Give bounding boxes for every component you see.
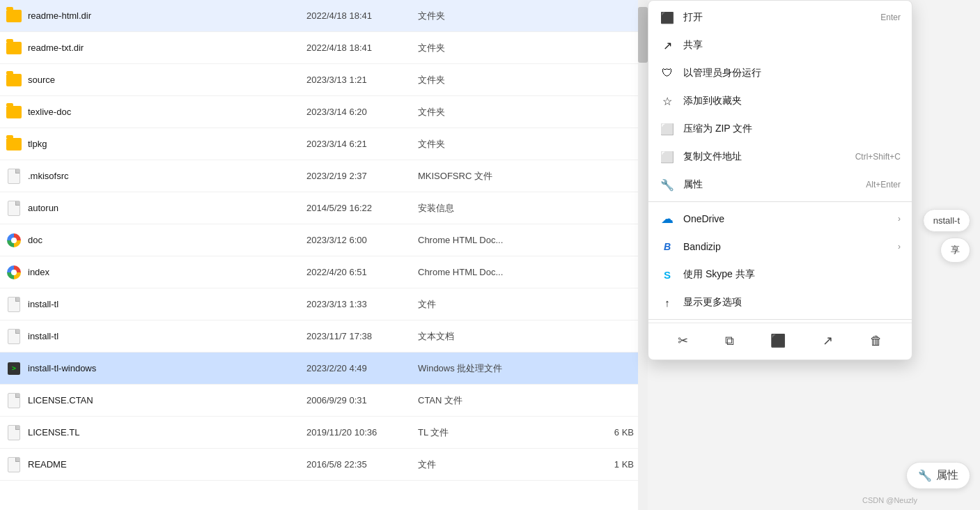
install-t-float-button[interactable]: nstall-t	[923, 209, 970, 232]
file-icon	[6, 8, 22, 24]
file-type: CTAN 文件	[418, 394, 586, 407]
share-icon: ↗	[660, 38, 675, 53]
share-action-button[interactable]: ↗	[817, 330, 839, 351]
table-row[interactable]: install-tl-windows 2023/2/20 4:49 Window…	[0, 353, 648, 385]
file-date: 2023/3/13 1:33	[306, 299, 418, 309]
menu-section-divider	[648, 201, 912, 202]
scrollbar[interactable]	[638, 0, 648, 510]
menu-item-admin[interactable]: 🛡 以管理员身份运行	[648, 59, 912, 87]
file-name: install-tl	[28, 331, 306, 341]
doc-icon	[8, 201, 20, 216]
bandizip-label: Bandizip	[683, 241, 892, 252]
file-type: 文件	[418, 298, 586, 311]
favorite-icon: ☆	[660, 93, 675, 109]
zip-label: 压缩为 ZIP 文件	[683, 123, 901, 135]
file-type: 文件夹	[418, 10, 586, 22]
table-row[interactable]: tlpkg 2023/3/14 6:21 文件夹	[0, 128, 648, 160]
menu-item-more[interactable]: ↑ 显示更多选项	[648, 288, 912, 316]
bandizip-icon: B	[660, 239, 675, 254]
rit-label: 属性	[936, 468, 958, 483]
delete-icon: 🗑	[870, 334, 882, 348]
file-name: readme-txt.dir	[28, 42, 306, 53]
file-icon	[6, 456, 22, 473]
menu-item-properties[interactable]: 🔧 属性 Alt+Enter	[648, 171, 912, 199]
menu-item-skype[interactable]: S 使用 Skype 共享	[648, 261, 912, 288]
file-name: LICENSE.CTAN	[28, 395, 306, 405]
menu-item-onedrive[interactable]: ☁ OneDrive ›	[648, 205, 912, 233]
table-row[interactable]: readme-txt.dir 2022/4/18 18:41 文件夹	[0, 32, 648, 64]
properties-icon: 🔧	[660, 177, 675, 192]
table-row[interactable]: readme-html.dir 2022/4/18 18:41 文件夹	[0, 0, 648, 32]
doc-icon	[8, 425, 20, 440]
menu-actions: ✂ ⧉ ⬛ ↗ 🗑	[648, 323, 912, 357]
copypath-shortcut: Ctrl+Shift+C	[855, 152, 901, 162]
table-row[interactable]: install-tl 2023/11/7 17:38 文本文档	[0, 320, 648, 353]
menu-item-bandizip[interactable]: B Bandizip ›	[648, 233, 912, 261]
folder-icon	[6, 106, 22, 118]
file-date: 2023/2/20 4:49	[306, 363, 418, 373]
file-type: MKISOFSRC 文件	[418, 170, 586, 183]
cut-button[interactable]: ✂	[672, 330, 694, 351]
properties-rit-button[interactable]: 🔧 属性	[906, 462, 970, 489]
file-type: 文件夹	[418, 138, 586, 150]
file-type: 文本文档	[418, 330, 586, 343]
file-date: 2022/4/18 18:41	[306, 42, 418, 53]
file-type: 文件夹	[418, 42, 586, 54]
menu-item-favorite[interactable]: ☆ 添加到收藏夹	[648, 87, 912, 115]
table-row[interactable]: autorun 2014/5/29 16:22 安装信息	[0, 192, 648, 224]
share-action-icon: ↗	[823, 333, 833, 348]
skype-label: 使用 Skype 共享	[683, 268, 901, 281]
file-date: 2016/5/8 22:35	[306, 459, 418, 470]
table-row[interactable]: .mkisofsrc 2023/2/19 2:37 MKISOFSRC 文件	[0, 160, 648, 192]
doc-icon	[8, 457, 20, 472]
file-type: 文件夹	[418, 106, 586, 118]
file-name: README	[28, 459, 306, 470]
table-row[interactable]: source 2023/3/13 1:21 文件夹	[0, 64, 648, 96]
chrome-icon	[7, 265, 21, 279]
rename-button[interactable]: ⬛	[765, 330, 791, 351]
share-float-button[interactable]: 享	[940, 238, 970, 263]
copy-icon-button[interactable]: ⧉	[720, 331, 740, 351]
menu-item-zip[interactable]: ⬜ 压缩为 ZIP 文件	[648, 115, 912, 143]
onedrive-arrow: ›	[898, 214, 901, 224]
file-date: 2023/3/12 6:00	[306, 235, 418, 245]
table-row[interactable]: LICENSE.TL 2019/11/20 10:36 TL 文件 6 KB	[0, 417, 648, 449]
file-size: 6 KB	[586, 427, 642, 438]
context-menu: ⬛ 打开 Enter ↗ 共享 🛡 以管理员身份运行 ☆ 添加到收藏夹 ⬜ 压缩…	[648, 0, 912, 360]
file-date: 2023/3/13 1:21	[306, 75, 418, 85]
file-type: 文件夹	[418, 74, 586, 86]
table-row[interactable]: texlive-doc 2023/3/14 6:20 文件夹	[0, 96, 648, 128]
table-row[interactable]: README 2016/5/8 22:35 文件 1 KB	[0, 449, 648, 481]
menu-item-open[interactable]: ⬛ 打开 Enter	[648, 3, 912, 31]
file-name: LICENSE.TL	[28, 427, 306, 438]
file-type: Chrome HTML Doc...	[418, 267, 586, 277]
file-name: install-tl-windows	[28, 363, 306, 373]
file-type: Windows 批处理文件	[418, 362, 586, 375]
share-float-label: 享	[951, 244, 960, 256]
file-size: 1 KB	[586, 459, 642, 470]
rit-icon: 🔧	[918, 469, 932, 482]
table-row[interactable]: index 2022/4/20 6:51 Chrome HTML Doc...	[0, 256, 648, 288]
chrome-icon	[7, 233, 21, 247]
delete-button[interactable]: 🗑	[864, 331, 888, 351]
file-list: readme-html.dir 2022/4/18 18:41 文件夹 read…	[0, 0, 648, 510]
copypath-label: 复制文件地址	[683, 150, 844, 163]
menu-item-copypath[interactable]: ⬜ 复制文件地址 Ctrl+Shift+C	[648, 143, 912, 171]
favorite-label: 添加到收藏夹	[683, 95, 901, 107]
menu-item-share[interactable]: ↗ 共享	[648, 31, 912, 59]
table-row[interactable]: doc 2023/3/12 6:00 Chrome HTML Doc...	[0, 224, 648, 256]
file-date: 2023/3/14 6:21	[306, 139, 418, 149]
table-row[interactable]: install-tl 2023/3/13 1:33 文件	[0, 288, 648, 320]
more-label: 显示更多选项	[683, 296, 901, 309]
file-name: install-tl	[28, 299, 306, 309]
file-icon	[6, 264, 22, 281]
file-date: 2006/9/29 0:31	[306, 395, 418, 405]
rename-icon: ⬛	[770, 333, 786, 348]
table-row[interactable]: LICENSE.CTAN 2006/9/29 0:31 CTAN 文件	[0, 385, 648, 417]
folder-icon	[6, 10, 22, 22]
menu-divider	[648, 319, 912, 320]
watermark: CSDN @Neuzly	[862, 496, 917, 504]
scrollbar-thumb[interactable]	[638, 7, 648, 63]
install-t-float-label: nstall-t	[933, 215, 960, 226]
file-name: .mkisofsrc	[28, 171, 306, 181]
